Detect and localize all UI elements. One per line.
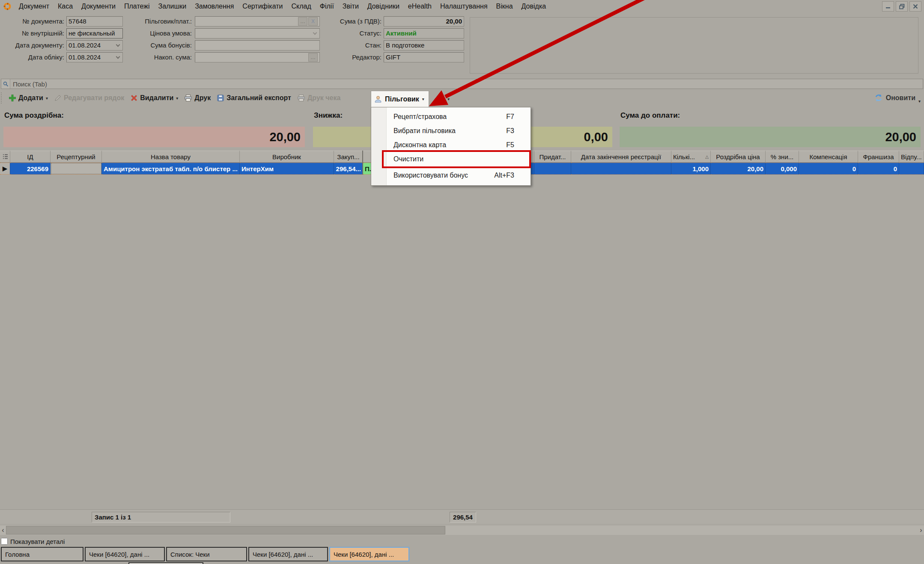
doc-number-field[interactable]: 57648 xyxy=(66,16,123,27)
cell-discount-pct[interactable]: 0,000 xyxy=(766,163,799,175)
toolbar-grip[interactable] xyxy=(1,92,3,104)
restore-button[interactable] xyxy=(896,1,908,12)
record-count: Запис 1 із 1 xyxy=(92,512,230,522)
show-details-checkbox[interactable] xyxy=(1,538,8,545)
column-header-qty[interactable]: Кількі... △ xyxy=(671,151,711,163)
scrollbar-thumb[interactable] xyxy=(6,526,445,534)
menu-settings[interactable]: Налаштування xyxy=(436,0,492,13)
chevron-down-icon[interactable] xyxy=(116,55,120,59)
clear-x-button[interactable]: X xyxy=(308,17,318,26)
cell-product-name[interactable]: Амицитрон экстратаб табл. п/о блистер ..… xyxy=(102,163,240,175)
cell-retail-price[interactable]: 20,00 xyxy=(711,163,766,175)
menu-help[interactable]: Довідка xyxy=(517,0,551,13)
state-label: Стан: xyxy=(323,40,382,50)
sum-vat-label: Сума (з ПДВ): xyxy=(323,16,382,27)
cell-franchise[interactable]: 0 xyxy=(858,163,899,175)
cell-dispense[interactable] xyxy=(899,163,924,175)
edit-row-label: Редагувати рядок xyxy=(64,94,124,102)
tab-checks-list[interactable]: Список: Чеки xyxy=(166,547,247,561)
column-header-id[interactable]: ІД xyxy=(10,151,51,163)
menu-document[interactable]: Документ xyxy=(15,0,54,13)
menu-item-select-beneficiary[interactable]: Вибрати пільговика F3 xyxy=(371,124,531,138)
menu-item-recipe-insurance[interactable]: Рецепт/страхова F7 xyxy=(371,110,531,124)
chevron-down-icon: ▾ xyxy=(176,96,178,101)
account-date-field[interactable]: 01.08.2024 xyxy=(66,52,123,62)
menu-orders[interactable]: Замовлення xyxy=(191,0,238,13)
menu-payments[interactable]: Платежі xyxy=(120,0,154,13)
menu-item-label: Вибрати пільговика xyxy=(393,124,506,138)
menu-windows[interactable]: Вікна xyxy=(492,0,517,13)
accum-sum-field[interactable]: … xyxy=(195,52,320,62)
restore-icon xyxy=(899,4,905,9)
price-condition-select[interactable] xyxy=(195,28,320,39)
chevron-down-icon[interactable] xyxy=(313,31,317,35)
internal-number-field[interactable]: не фискальный xyxy=(66,28,123,39)
menu-certificates[interactable]: Сертифікати xyxy=(238,0,287,13)
ellipsis-button[interactable]: … xyxy=(298,17,307,26)
menu-warehouse[interactable]: Склад xyxy=(287,0,315,13)
cell-id[interactable]: 226569 xyxy=(10,163,51,175)
cell-purchase[interactable]: 296,54... xyxy=(334,163,363,175)
delete-button[interactable]: Видалити ▾ xyxy=(127,91,181,105)
cell-manufacturer[interactable]: ИнтерХим xyxy=(240,163,334,175)
app-logo-icon xyxy=(3,3,11,10)
cell-qty[interactable]: 1,000 xyxy=(671,163,711,175)
menu-reports[interactable]: Звіти xyxy=(338,0,363,13)
cell-reg-end-date[interactable] xyxy=(571,163,671,175)
export-button[interactable]: Загальний експорт xyxy=(214,91,294,105)
column-header-reg-end-date[interactable]: Дата закінчення реєстрації xyxy=(571,151,671,163)
column-header-compensation[interactable]: Компенсація xyxy=(799,151,858,163)
column-header-discount-pct[interactable]: % зни... xyxy=(766,151,799,163)
search-input[interactable] xyxy=(10,79,923,89)
doc-number-label: № документа: xyxy=(3,16,64,27)
add-button[interactable]: Додати ▾ xyxy=(6,91,51,105)
scroll-right-arrow[interactable]: › xyxy=(918,525,924,535)
tab-row-partial xyxy=(128,562,203,564)
tab-checks-1[interactable]: Чеки [64620], дані ... xyxy=(85,547,165,561)
column-header-franchise[interactable]: Франшиза xyxy=(858,151,899,163)
cell-compensation[interactable]: 0 xyxy=(799,163,858,175)
refresh-button[interactable]: Оновити ▾ xyxy=(874,91,921,105)
beneficiary-button[interactable]: Пільговик ▾ xyxy=(371,91,429,107)
close-button[interactable] xyxy=(909,1,921,12)
chevron-down-icon: ▾ xyxy=(918,99,921,105)
beneficiary-payer-field[interactable]: … X xyxy=(195,16,320,27)
scroll-left-arrow[interactable]: ‹ xyxy=(0,525,6,535)
doc-date-field[interactable]: 01.08.2024 xyxy=(66,40,123,50)
horizontal-scrollbar[interactable]: ‹ › xyxy=(0,525,924,535)
menu-item-use-bonus[interactable]: Використовувати бонус Alt+F3 xyxy=(371,168,531,182)
column-header-corner[interactable] xyxy=(0,151,10,163)
column-header-purchase[interactable]: Закуп... xyxy=(334,151,363,163)
print-receipt-button: Друк чека xyxy=(294,91,343,105)
print-label: Друк xyxy=(194,94,211,102)
state-value: В подготовке xyxy=(386,41,462,50)
ellipsis-button[interactable]: … xyxy=(308,53,318,62)
tab-checks-2[interactable]: Чеки [64620], дані ... xyxy=(248,547,328,561)
total-payable-value: 20,00 xyxy=(620,127,921,147)
menu-documents[interactable]: Документи xyxy=(77,0,120,13)
column-header-expiry[interactable]: Придат... xyxy=(534,151,571,163)
editor-label: Редактор: xyxy=(323,52,382,62)
column-header-dispense[interactable]: Відпу... xyxy=(899,151,924,163)
menu-kasa[interactable]: Каса xyxy=(54,0,77,13)
menu-ehealth[interactable]: eHealth xyxy=(404,0,436,13)
menu-directories[interactable]: Довідники xyxy=(363,0,404,13)
column-header-recipe[interactable]: Рецептурний xyxy=(51,151,102,163)
cell-recipe-focused[interactable] xyxy=(51,163,102,175)
tab-checks-active[interactable]: Чеки [64620], дані ... xyxy=(329,547,409,561)
minimize-button[interactable] xyxy=(882,1,894,12)
column-header-retail-price[interactable]: Роздрібна ціна xyxy=(711,151,766,163)
print-button[interactable]: Друк xyxy=(181,91,214,105)
sort-options-button[interactable]: ▾ xyxy=(432,92,452,106)
menu-branches[interactable]: Філії xyxy=(316,0,338,13)
cell-expiry[interactable] xyxy=(534,163,571,175)
bonus-sum-field[interactable] xyxy=(195,40,320,50)
tab-main[interactable]: Головна xyxy=(1,547,83,561)
refresh-label: Оновити xyxy=(886,94,915,102)
column-header-manufacturer[interactable]: Виробник xyxy=(240,151,334,163)
column-header-product-name[interactable]: Назва товару xyxy=(102,151,240,163)
chevron-down-icon[interactable] xyxy=(116,43,120,47)
menu-stock[interactable]: Залишки xyxy=(154,0,191,13)
beneficiary-label: Пільговик xyxy=(385,95,419,103)
row-selector[interactable]: ▶ xyxy=(0,163,10,175)
